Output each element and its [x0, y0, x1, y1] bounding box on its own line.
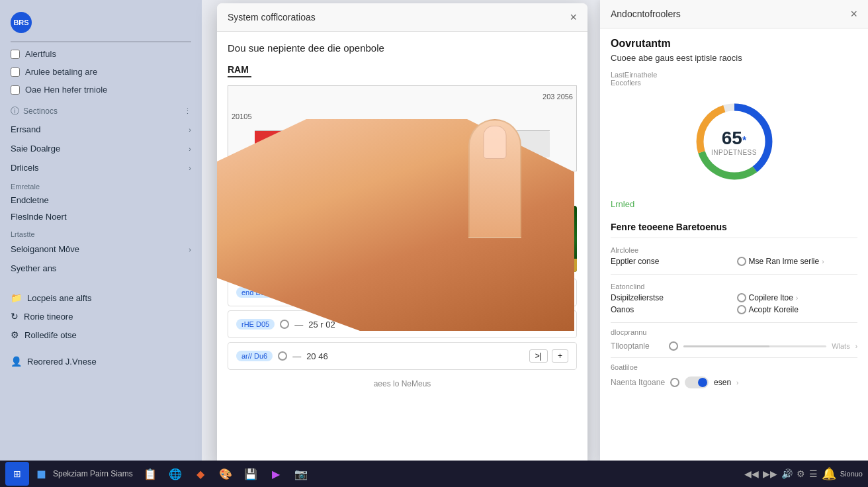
sidebar-item-alertfuls[interactable]: Alertfuls	[0, 45, 202, 63]
sidebar-sublabel-emretale: Emretale	[0, 177, 202, 192]
settings-icon: ⚙	[11, 330, 19, 340]
sidebar-nav-seloiganont[interactable]: Seloiganont Môve ›	[0, 240, 202, 259]
panel-section-title: Oovrutantm	[600, 28, 868, 52]
sidebar-footer-rorie[interactable]: ↻ Rorie tineore	[0, 307, 202, 326]
folder-icon: 📁	[11, 292, 22, 303]
config-btn-add-3[interactable]: +	[552, 349, 568, 363]
config-btn-prev-2[interactable]: >|	[529, 318, 548, 331]
sidebar-nav-errsand[interactable]: Errsand ›	[0, 120, 202, 139]
config-btn-add-2[interactable]: +	[552, 318, 568, 331]
panel-right-header: Andocntofroolers ×	[600, 0, 868, 28]
radio-4[interactable]	[278, 351, 287, 361]
donut-value: 65*	[722, 128, 746, 149]
taskbar-center: 📋 🌐 ◆ 🎨 💾 ▶ 📷	[134, 463, 743, 484]
feature-2-value2a[interactable]: Copilere ltoe ›	[737, 293, 858, 302]
taskbar-icon-app3[interactable]: 💾	[240, 463, 261, 484]
taskbar-app-icon[interactable]: ◼	[30, 463, 52, 484]
config-footer-text: aees lo NeMeus	[374, 379, 431, 388]
radio-feature-2a	[737, 293, 746, 302]
taskbar-icon-app1[interactable]: ◆	[190, 463, 211, 484]
taskbar-back-icon[interactable]: ◀◀	[744, 468, 759, 479]
radio-2[interactable]	[294, 288, 303, 297]
taskbar-icon-browser[interactable]: 🌐	[165, 463, 186, 484]
config-value-3: 20 46	[306, 351, 328, 361]
sidebar-sub-endcletne[interactable]: Endcletne	[0, 192, 202, 208]
feature-3-value2[interactable]: Acoptr Koreile	[737, 305, 858, 314]
feature-1-value2[interactable]: Mse Ran lrme serlie ›	[737, 257, 858, 266]
config-row-1: end Dus 20:17 >| +	[228, 279, 577, 306]
config-btn-add-1[interactable]: +	[552, 286, 568, 299]
config-row-2-right: >| +	[529, 318, 568, 331]
sidebar-footer-locpeis[interactable]: 📁 Locpeis ane alfts	[0, 288, 202, 307]
panel-feature-2: Eatonclind Dsipilzelierstse Copilere lto…	[600, 277, 868, 320]
chevron-icon: ›	[189, 126, 191, 134]
taskbar-notification-icon[interactable]: 🔔	[822, 466, 836, 481]
panel-slider-row: Tllooptanle Wlats ›	[600, 337, 868, 355]
panel-close-button[interactable]: ×	[850, 8, 857, 20]
filter-icon[interactable]: ⊞	[255, 181, 261, 190]
sidebar-collapse-icon[interactable]: ⋮	[184, 107, 191, 116]
slider-main-label: Tllooptanle	[611, 341, 664, 351]
feature-2-label: Eatonclind	[611, 283, 732, 290]
ram-filter-row: f74EX ⊞ 209 200	[228, 178, 577, 195]
radio-3[interactable]	[280, 320, 289, 329]
chevron-icon: ›	[189, 245, 191, 253]
ram-chip	[259, 212, 281, 234]
filter-value2: 200	[343, 181, 357, 190]
modal-subtitle: Dou sue nepiente dee die openbole	[228, 42, 577, 54]
config-badge-2: rHE D05	[236, 319, 275, 330]
ram-chart: 20105 203 2056	[228, 85, 577, 171]
taskbar-network-icon[interactable]: ⚙	[797, 468, 805, 479]
sidebar-nav-doalrge[interactable]: Saie Doalrge ›	[0, 139, 202, 158]
sidebar-logo[interactable]: BRS	[11, 12, 32, 33]
sidebar-checkbox-3[interactable]	[11, 85, 20, 95]
sidebar-nav-drlicels[interactable]: Drlicels ›	[0, 158, 202, 177]
taskbar-start-button[interactable]: ⊞	[5, 462, 29, 486]
taskbar-volume-icon[interactable]: 🔊	[781, 468, 793, 479]
sidebar-sub-fleslnde[interactable]: Fleslnde Noert	[0, 208, 202, 225]
taskbar-settings-icon[interactable]: ☰	[809, 468, 818, 479]
radio-1[interactable]	[279, 288, 288, 297]
user-icon: 👤	[11, 356, 22, 367]
sidebar-header: BRS	[0, 7, 202, 38]
taskbar-app-label[interactable]: Spekziam Pairn Siams	[53, 469, 133, 478]
taskbar-forward-icon[interactable]: ▶▶	[763, 468, 777, 479]
config-btn-prev-3[interactable]: >|	[529, 349, 548, 363]
radio-slider	[669, 341, 678, 351]
sidebar-footer-reorered[interactable]: 👤 Reorered J.Vnese	[0, 352, 202, 371]
sidebar-footer-rollediife[interactable]: ⚙ Rolledife otse	[0, 326, 202, 344]
config-value-1: 20:17	[308, 288, 330, 298]
panel-status: Lrnled	[600, 195, 868, 216]
refresh-icon: ↻	[11, 311, 19, 322]
donut-label: INPDETNESS	[711, 149, 757, 156]
sidebar: BRS Alertfuls Arulee betaling are Oae He…	[0, 0, 202, 463]
radio-feature-3	[737, 305, 746, 314]
config-badge-1: end Dus	[236, 287, 274, 298]
taskbar-icon-app4[interactable]: ▶	[265, 463, 286, 484]
panel-divider-2	[611, 274, 857, 275]
sidebar-item-oae[interactable]: Oae Hen hefer trniole	[0, 81, 202, 99]
taskbar-icon-app5[interactable]: 📷	[290, 463, 312, 484]
config-row-3: ar// Du6 — 20 46 >| +	[228, 342, 577, 370]
feature-2-value: Dsipilzelierstse	[611, 293, 732, 302]
panel-divider-3	[611, 322, 857, 323]
toggle-main-label: Naenta Itgoane	[611, 378, 665, 387]
modal-close-button[interactable]: ×	[570, 11, 577, 23]
sidebar-checkbox-2[interactable]	[11, 67, 20, 77]
toggle-track[interactable]	[685, 376, 709, 388]
taskbar-icon-app2[interactable]: 🎨	[215, 463, 236, 484]
panel-toggle-row: Naenta Itgoane esen ›	[600, 373, 868, 392]
ram-section: RAM 20105 203 2056 f74EX ⊞ 209 200	[228, 64, 577, 195]
sidebar-checkbox-1[interactable]	[11, 50, 20, 59]
sidebar-item-arulee[interactable]: Arulee betaling are	[0, 63, 202, 81]
filter-slider[interactable]	[285, 181, 338, 189]
modal-header: System cofflcoratioas ×	[217, 3, 587, 32]
taskbar-icon-files[interactable]: 📋	[140, 463, 161, 484]
sidebar-nav-syether[interactable]: Syether ans	[0, 259, 202, 278]
minus-icon-3: —	[292, 351, 301, 361]
sidebar-section-sectinocs: ⓘ Sectinocs ⋮	[0, 99, 202, 120]
config-btn-prev-1[interactable]: >|	[529, 286, 548, 299]
filter-value1: 209	[267, 181, 280, 190]
ram-underline	[228, 76, 251, 77]
panel-divider-1	[611, 238, 857, 238]
